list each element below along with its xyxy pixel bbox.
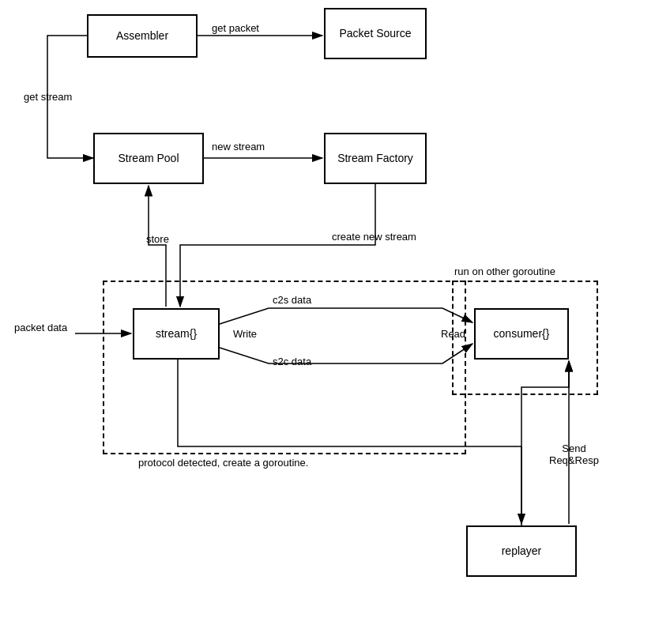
get-packet-label: get packet [212,22,259,34]
send-req-resp-label: Send Req&Resp [549,443,599,466]
protocol-detected-label: protocol detected, create a goroutine. [138,457,308,469]
packet-source-box: Packet Source [324,8,427,59]
stream-factory-box: Stream Factory [324,133,427,184]
replayer-box: replayer [466,525,577,577]
create-new-stream-label: create new stream [332,231,416,243]
store-label: store [146,233,169,245]
run-on-goroutine-label: run on other goroutine [454,266,555,277]
new-stream-label: new stream [212,141,265,153]
diagram-container: Assembler Packet Source Stream Pool Stre… [0,0,655,644]
c2s-data-label: c2s data [273,294,311,306]
assembler-box: Assembler [87,14,198,58]
packet-data-label: packet data [14,322,67,333]
left-group-box [103,281,466,454]
read-label: Read [441,328,465,340]
get-stream-label: get stream [24,91,72,103]
stream-pool-box: Stream Pool [93,133,204,184]
s2c-data-label: s2c data [273,356,311,367]
write-label: Write [233,328,257,340]
right-group-box [452,281,598,395]
